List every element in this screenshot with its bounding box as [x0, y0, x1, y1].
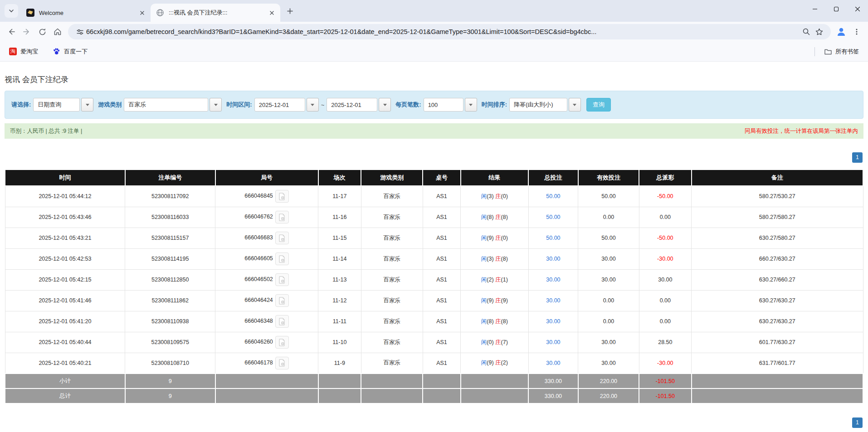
tab-search-button[interactable] [5, 4, 18, 18]
session-cell: 11-12 [318, 290, 361, 311]
forward-button[interactable] [19, 24, 34, 39]
subtotal-row: 小计9330.00220.00-101.50 [5, 374, 863, 388]
bet-id-cell: 523008109575 [125, 332, 215, 353]
profile-avatar[interactable] [834, 24, 849, 39]
session-cell: 11-17 [318, 186, 361, 207]
table-number-cell: AS1 [423, 290, 460, 311]
round-number: 666046348 [244, 318, 273, 324]
game-type-select[interactable]: 百家乐 [124, 98, 222, 112]
url-bar[interactable]: 66cxkj98.com/game/betrecord_search/kind3… [68, 24, 831, 39]
note-cell: 601.77/630.27 [692, 332, 863, 353]
back-button[interactable] [4, 24, 19, 39]
video-replay-button[interactable] [275, 232, 289, 244]
maximize-button[interactable] [825, 0, 847, 18]
video-replay-button[interactable] [275, 190, 289, 203]
banker-result-label: 庄 [495, 235, 501, 241]
date-start-select[interactable]: 2025-12-01 [254, 98, 319, 112]
bookmark-baidu[interactable]: 百度一下 [49, 46, 91, 58]
maximize-icon [834, 6, 839, 12]
valid-bet-cell: 0.00 [578, 290, 639, 311]
video-record-icon [278, 276, 286, 284]
welcome-tab-favicon [26, 9, 34, 17]
page-number-button[interactable]: 1 [852, 417, 863, 428]
result-cell: 闲(9) 庄(9) [461, 290, 528, 311]
total-bet-link[interactable]: 30.00 [546, 360, 560, 366]
round-cell: 666046845 [215, 186, 318, 207]
browser-menu-button[interactable] [849, 24, 864, 39]
tab-bet-records[interactable]: :::视讯 会员下注纪录::: [151, 4, 280, 22]
payout-cell: 0.00 [639, 311, 691, 332]
globe-icon [156, 9, 164, 17]
session-cell: 11-16 [318, 207, 361, 228]
home-button[interactable] [50, 24, 65, 39]
dropdown-arrow-icon[interactable] [81, 98, 93, 112]
video-replay-button[interactable] [275, 211, 289, 223]
banker-result-label: 庄 [495, 318, 501, 325]
dropdown-arrow-icon[interactable] [210, 98, 222, 112]
table-number-cell: AS1 [423, 269, 460, 290]
browser-toolbar: 66cxkj98.com/game/betrecord_search/kind3… [0, 22, 868, 42]
total-bet-cell: 50.00 [528, 207, 578, 228]
video-record-icon [278, 339, 286, 346]
zoom-icon[interactable] [800, 25, 813, 38]
bookmark-star-icon[interactable] [813, 25, 825, 38]
footer-valid-bet-cell: 220.00 [578, 388, 639, 403]
total-bet-link[interactable]: 30.00 [546, 277, 560, 283]
tab-close-icon[interactable] [268, 9, 276, 17]
page-number-button[interactable]: 1 [852, 152, 863, 163]
page-size-select[interactable]: 100 [424, 98, 477, 112]
dropdown-arrow-icon[interactable] [465, 98, 477, 112]
valid-bet-cell: 50.00 [578, 186, 639, 207]
search-button[interactable]: 查询 [586, 98, 611, 112]
bookmark-label: 百度一下 [64, 48, 88, 56]
total-bet-link[interactable]: 30.00 [546, 339, 560, 345]
tab-close-icon[interactable] [138, 9, 146, 17]
sort-order-select[interactable]: 降幂(由大到小) [509, 98, 581, 112]
bet-id-cell: 523008108710 [125, 353, 215, 374]
bet-id-cell: 523008110938 [125, 311, 215, 332]
video-replay-button[interactable] [275, 294, 289, 307]
dropdown-arrow-icon[interactable] [569, 98, 581, 112]
bookmarks-divider [814, 47, 815, 56]
total-bet-link[interactable]: 50.00 [546, 235, 560, 241]
banker-result-value: (8) [501, 256, 508, 262]
video-replay-button[interactable] [275, 252, 289, 265]
player-result-value: (9) [487, 297, 493, 304]
payout-cell: -30.00 [639, 353, 691, 374]
payout-cell: 28.50 [639, 332, 691, 353]
site-settings-icon[interactable] [73, 25, 86, 38]
tab-welcome[interactable]: Welcome [21, 4, 151, 22]
video-record-icon [278, 255, 286, 263]
round-cell: 666046605 [215, 248, 318, 269]
video-replay-button[interactable] [275, 273, 289, 286]
total-bet-link[interactable]: 50.00 [546, 193, 560, 199]
reload-button[interactable] [34, 24, 50, 39]
payout-cell: -30.00 [639, 248, 691, 269]
minimize-button[interactable] [804, 0, 825, 18]
url-text[interactable]: 66cxkj98.com/game/betrecord_search/kind3… [86, 28, 800, 35]
video-replay-button[interactable] [275, 315, 289, 328]
dropdown-arrow-icon[interactable] [307, 98, 319, 112]
close-window-button[interactable] [847, 0, 868, 18]
time-cell: 2025-12-01 05:43:21 [5, 228, 125, 248]
date-end-select[interactable]: 2025-12-01 [327, 98, 391, 112]
new-tab-button[interactable] [283, 4, 297, 18]
close-icon [855, 6, 860, 12]
all-bookmarks-button[interactable]: 所有书签 [820, 46, 863, 58]
player-result-value: (3) [487, 193, 493, 199]
video-replay-button[interactable] [275, 357, 289, 369]
video-record-icon [278, 318, 286, 325]
note-cell: 630.27/630.27 [692, 311, 863, 332]
dropdown-arrow-icon[interactable] [379, 98, 391, 112]
payout-cell: 0.00 [639, 290, 691, 311]
total-bet-link[interactable]: 30.00 [546, 318, 560, 325]
column-header: 桌号 [423, 170, 460, 186]
total-bet-link[interactable]: 50.00 [546, 214, 560, 220]
video-replay-button[interactable] [275, 336, 289, 349]
note-cell: 660.27/630.27 [692, 248, 863, 269]
bookmark-aitaobao[interactable]: 淘 爱淘宝 [5, 46, 42, 58]
total-bet-link[interactable]: 30.00 [546, 256, 560, 262]
query-mode-select[interactable]: 日期查询 [33, 98, 93, 112]
player-result-value: (8) [487, 318, 493, 325]
total-bet-link[interactable]: 30.00 [546, 297, 560, 304]
